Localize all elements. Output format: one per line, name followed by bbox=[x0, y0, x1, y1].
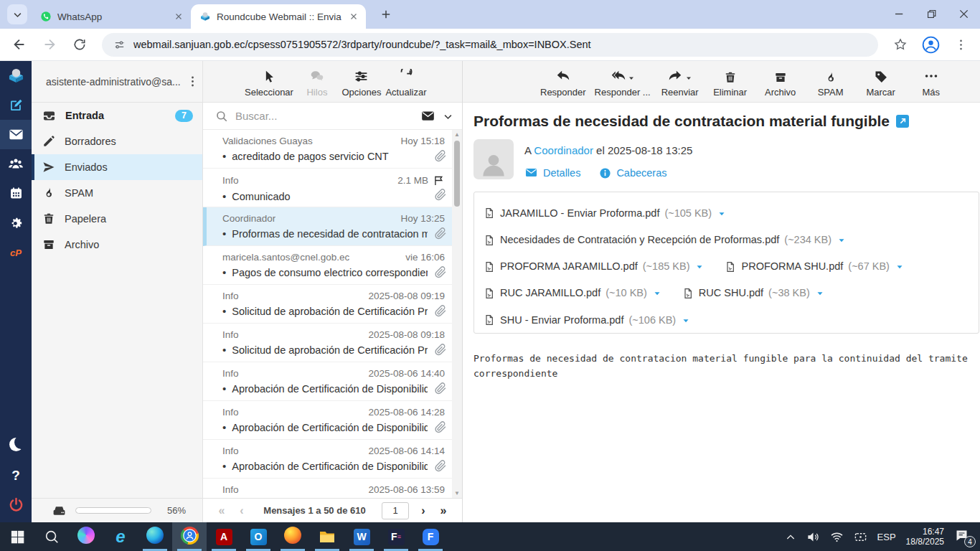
tab-search-button[interactable] bbox=[7, 4, 27, 24]
notification-center-button[interactable]: 4 bbox=[954, 528, 971, 545]
recipient-link[interactable]: Coordinador bbox=[534, 144, 593, 156]
rail-button[interactable] bbox=[0, 431, 32, 461]
headers-label[interactable]: Cabeceras bbox=[616, 167, 666, 179]
scroll-up-icon[interactable]: ▲ bbox=[452, 131, 462, 138]
search-input[interactable] bbox=[235, 110, 413, 122]
message-row[interactable]: Info 2025-08-06 13:59 • bbox=[203, 479, 452, 498]
message-row[interactable]: Coordinador Hoy 13:25 • Proformas de nec… bbox=[203, 207, 452, 246]
message-row[interactable]: Info 2025-08-08 09:18 • Solicitud de apr… bbox=[203, 324, 452, 362]
browser-menu-button[interactable] bbox=[948, 32, 973, 57]
rail-button[interactable] bbox=[0, 90, 32, 120]
account-menu-button[interactable] bbox=[186, 75, 199, 88]
back-button[interactable] bbox=[7, 32, 32, 57]
profile-button[interactable] bbox=[918, 32, 943, 57]
folder-item[interactable]: Borradores bbox=[32, 128, 202, 154]
tab-close-button[interactable] bbox=[347, 10, 360, 23]
attachment-item[interactable]: Necesidades de Contratación y Recepción … bbox=[484, 233, 847, 245]
message-toolbar-button[interactable]: Eliminar bbox=[710, 61, 751, 98]
taskbar-app[interactable]: W bbox=[344, 522, 379, 551]
taskbar-app[interactable] bbox=[34, 522, 69, 551]
taskbar-app[interactable]: F bbox=[413, 522, 448, 551]
clock[interactable]: 16:47 18/8/2025 bbox=[906, 527, 944, 547]
folder-item[interactable]: SPAM bbox=[32, 180, 202, 206]
message-toolbar-button[interactable]: Marcar bbox=[860, 61, 902, 98]
message-row[interactable]: Info 2025-08-06 14:14 • Aprobación de Ce… bbox=[203, 440, 452, 479]
rail-button[interactable] bbox=[0, 120, 32, 149]
rail-button[interactable]: cP bbox=[0, 237, 32, 267]
volume-button[interactable] bbox=[806, 529, 820, 543]
cast-button[interactable] bbox=[854, 529, 867, 543]
attachment-item[interactable]: RUC JARAMILLO.pdf (~10 KB) bbox=[484, 287, 662, 299]
attachment-item[interactable]: PROFORMA SHU.pdf (~67 KB) bbox=[725, 260, 904, 273]
message-toolbar-button[interactable]: Responder ... bbox=[595, 61, 651, 98]
search-scope-button[interactable] bbox=[420, 108, 435, 123]
details-toggle[interactable]: Detalles bbox=[524, 166, 580, 179]
forward-button[interactable] bbox=[37, 32, 62, 57]
attachment-menu-caret[interactable] bbox=[815, 287, 825, 298]
rail-button[interactable] bbox=[0, 149, 32, 179]
attachment-menu-caret[interactable] bbox=[694, 260, 705, 272]
attachment-item[interactable]: SHU - Enviar Proforma.pdf (~106 KB) bbox=[484, 314, 691, 326]
toolbar-dropdown-caret[interactable] bbox=[627, 71, 636, 84]
message-row[interactable]: Info 2025-08-08 09:19 • Solicitud de apr… bbox=[203, 285, 452, 324]
last-page-button[interactable]: » bbox=[433, 504, 453, 517]
message-row[interactable]: Info 2.1 MB • Comunicado bbox=[203, 169, 452, 207]
next-page-button[interactable]: › bbox=[413, 504, 433, 517]
taskbar-app[interactable]: F≡ bbox=[379, 522, 413, 551]
tab-close-button[interactable] bbox=[172, 10, 185, 23]
message-toolbar-button[interactable]: Reenviar bbox=[659, 61, 701, 98]
search-options-caret[interactable] bbox=[443, 110, 453, 123]
taskbar-app[interactable]: O bbox=[241, 522, 275, 551]
message-toolbar-button[interactable]: Más bbox=[910, 61, 952, 98]
browser-tab[interactable]: WhatsApp bbox=[32, 4, 191, 29]
scroll-down-icon[interactable]: ▼ bbox=[452, 490, 462, 496]
taskbar-app[interactable] bbox=[172, 522, 207, 551]
close-button[interactable] bbox=[948, 0, 980, 27]
list-toolbar-button[interactable]: Actualizar bbox=[385, 61, 427, 98]
attachment-menu-caret[interactable] bbox=[717, 207, 727, 219]
restore-button[interactable] bbox=[915, 0, 948, 27]
message-row[interactable]: Info 2025-08-06 14:28 • Aprobación de Ce… bbox=[203, 401, 452, 440]
open-in-new-window-button[interactable] bbox=[896, 115, 909, 128]
attachment-item[interactable]: PROFORMA JARAMILLO.pdf (~185 KB) bbox=[484, 260, 705, 273]
new-tab-button[interactable] bbox=[376, 4, 396, 24]
first-page-button[interactable]: « bbox=[212, 504, 232, 517]
message-toolbar-button[interactable]: Responder bbox=[540, 61, 586, 98]
message-toolbar-button[interactable]: Archivo bbox=[760, 61, 801, 98]
rail-button[interactable] bbox=[0, 61, 32, 90]
tray-expand-button[interactable] bbox=[785, 530, 796, 543]
attachment-menu-caret[interactable] bbox=[837, 234, 847, 245]
scrollbar-thumb[interactable] bbox=[454, 141, 460, 207]
rail-button[interactable]: ? bbox=[0, 461, 32, 490]
message-toolbar-button[interactable]: SPAM bbox=[810, 61, 852, 98]
folder-item[interactable]: Enviados bbox=[32, 154, 202, 180]
address-bar[interactable]: webmail.sanjuan.gob.ec/cpsess0751905572/… bbox=[102, 33, 878, 57]
taskbar-app[interactable] bbox=[310, 522, 344, 551]
reload-button[interactable] bbox=[67, 32, 92, 57]
bookmark-button[interactable] bbox=[888, 32, 913, 57]
headers-toggle[interactable]: Cabeceras bbox=[599, 166, 666, 179]
language-indicator[interactable]: ESP bbox=[877, 532, 896, 542]
folder-item[interactable]: Archivo bbox=[32, 232, 202, 258]
taskbar-app[interactable] bbox=[275, 522, 310, 551]
attachment-menu-caret[interactable] bbox=[681, 314, 691, 325]
folder-item[interactable]: Entrada 7 bbox=[32, 103, 202, 128]
taskbar-app[interactable]: A bbox=[207, 522, 241, 551]
taskbar-app[interactable] bbox=[69, 522, 103, 551]
list-toolbar-button[interactable]: Opciones bbox=[341, 61, 382, 98]
page-input[interactable] bbox=[382, 502, 409, 519]
prev-page-button[interactable]: ‹ bbox=[232, 504, 252, 517]
wifi-button[interactable] bbox=[830, 529, 844, 543]
rail-button[interactable] bbox=[0, 179, 32, 208]
message-row[interactable]: maricela.santos@cnel.gob.ec vie 16:06 • … bbox=[203, 246, 452, 285]
taskbar-app[interactable] bbox=[138, 522, 172, 551]
taskbar-app[interactable]: e bbox=[103, 522, 138, 551]
rail-button[interactable] bbox=[0, 208, 32, 237]
attachment-item[interactable]: RUC SHU.pdf (~38 KB) bbox=[682, 287, 825, 299]
list-toolbar-button[interactable]: Hilos bbox=[296, 61, 338, 98]
list-scrollbar[interactable]: ▲ ▼ bbox=[452, 130, 462, 498]
attachment-menu-caret[interactable] bbox=[895, 260, 905, 272]
taskbar-app[interactable] bbox=[0, 522, 34, 551]
message-row[interactable]: Info 2025-08-06 14:40 • Aprobación de Ce… bbox=[203, 362, 452, 401]
details-label[interactable]: Detalles bbox=[543, 167, 580, 179]
